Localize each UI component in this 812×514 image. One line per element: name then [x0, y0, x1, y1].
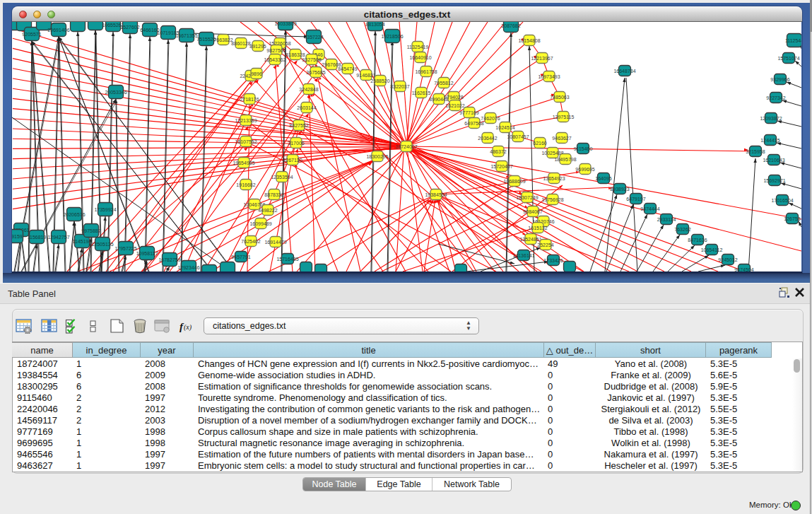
svg-text:12213967: 12213967	[531, 56, 553, 61]
svg-text:16099489: 16099489	[249, 221, 271, 226]
svg-text:17957225: 17957225	[114, 246, 136, 251]
svg-text:1156819: 1156819	[28, 235, 47, 240]
svg-text:10154808: 10154808	[518, 38, 540, 43]
svg-text:16671355: 16671355	[175, 33, 197, 38]
svg-text:12353594: 12353594	[271, 175, 293, 180]
svg-text:13975115: 13975115	[553, 115, 575, 119]
svg-text:6497568: 6497568	[464, 121, 483, 126]
svg-text:317006: 317006	[288, 141, 304, 146]
svg-text:1527602: 1527602	[120, 25, 139, 30]
svg-text:9827506: 9827506	[266, 48, 286, 53]
svg-text:8860128: 8860128	[231, 41, 250, 46]
svg-text:14136141: 14136141	[512, 253, 534, 258]
svg-text:2603144: 2603144	[297, 105, 316, 110]
svg-text:20053346: 20053346	[105, 90, 126, 95]
svg-text:9699695: 9699695	[575, 167, 594, 172]
svg-text:12942757: 12942757	[47, 235, 69, 240]
svg-text:9205571: 9205571	[22, 32, 41, 37]
svg-text:891295: 891295	[249, 44, 266, 49]
svg-text:164095: 164095	[595, 176, 611, 181]
svg-text:252254: 252254	[537, 243, 553, 247]
svg-text:20691406: 20691406	[47, 28, 69, 33]
svg-text:15751074: 15751074	[777, 56, 799, 61]
svg-text:1733426: 1733426	[543, 258, 563, 263]
svg-text:17016504: 17016504	[771, 198, 793, 203]
svg-text:3675685: 3675685	[306, 70, 325, 75]
svg-text:18724007: 18724007	[395, 144, 417, 149]
svg-text:8427552: 8427552	[289, 123, 308, 128]
svg-text:11325419: 11325419	[407, 45, 429, 49]
svg-text:8267130: 8267130	[283, 158, 302, 163]
svg-text:1162615: 1162615	[412, 90, 431, 95]
svg-text:9245012: 9245012	[718, 257, 737, 262]
svg-text:9084067: 9084067	[523, 209, 542, 214]
svg-text:3215958: 3215958	[746, 149, 765, 154]
svg-text:486372: 486372	[490, 149, 506, 154]
svg-text:62160: 62160	[533, 141, 547, 146]
svg-text:15716485: 15716485	[276, 257, 298, 262]
svg-text:9227342: 9227342	[766, 95, 785, 100]
svg-text:126753: 126753	[784, 216, 800, 221]
svg-text:763262: 763262	[674, 227, 690, 232]
svg-text:12213389: 12213389	[235, 118, 257, 123]
svg-text:19654985: 19654985	[233, 160, 254, 165]
svg-text:8454749: 8454749	[338, 66, 357, 71]
svg-text:10807457: 10807457	[507, 134, 529, 139]
svg-text:9329966: 9329966	[770, 77, 789, 82]
svg-text:2588520: 2588520	[370, 78, 389, 83]
svg-text:1621022: 1621022	[445, 103, 464, 108]
svg-text:7462076: 7462076	[481, 116, 500, 121]
svg-text:1024514: 1024514	[495, 125, 514, 130]
svg-text:12923446: 12923446	[177, 265, 199, 270]
svg-text:16914479: 16914479	[264, 240, 286, 245]
svg-text:12093872: 12093872	[760, 116, 782, 121]
svg-text:1615132: 1615132	[528, 226, 547, 230]
svg-text:7485063: 7485063	[550, 95, 569, 100]
svg-text:9975887: 9975887	[81, 228, 100, 233]
svg-text:19218506: 19218506	[381, 34, 403, 39]
svg-text:39159: 39159	[12, 234, 23, 239]
svg-text:19384554: 19384554	[425, 192, 447, 197]
svg-text:18495798: 18495798	[554, 157, 576, 162]
svg-text:2036442: 2036442	[478, 136, 497, 141]
svg-text:9463627: 9463627	[552, 136, 571, 141]
svg-text:13524851: 13524851	[519, 237, 541, 242]
svg-text:8938923: 8938923	[610, 187, 629, 192]
svg-text:12505135: 12505135	[91, 242, 113, 247]
svg-text:2933114: 2933114	[657, 217, 676, 222]
svg-text:1112544: 1112544	[785, 38, 801, 43]
svg-text:10654112: 10654112	[701, 247, 723, 252]
svg-text:17359924: 17359924	[94, 207, 116, 212]
svg-text:16033809: 16033809	[274, 22, 296, 26]
svg-text:16640910: 16640910	[409, 55, 431, 60]
svg-text:16782759: 16782759	[158, 257, 180, 262]
svg-text:2087682: 2087682	[501, 23, 520, 28]
svg-text:4498222: 4498222	[258, 208, 277, 213]
svg-text:8186328: 8186328	[286, 52, 305, 57]
svg-text:20206576: 20206576	[63, 212, 85, 217]
svg-text:9794028: 9794028	[444, 95, 463, 100]
svg-text:8471636: 8471636	[688, 238, 707, 243]
svg-text:13654923: 13654923	[543, 176, 565, 181]
svg-text:18300295: 18300295	[366, 154, 388, 159]
svg-text:7955812: 7955812	[434, 81, 453, 86]
svg-text:16543362: 16543362	[264, 57, 286, 62]
svg-text:10973493: 10973493	[538, 74, 560, 79]
svg-text:16648784: 16648784	[613, 69, 635, 74]
svg-text:19756928: 19756928	[541, 197, 563, 202]
svg-text:15692971: 15692971	[763, 178, 785, 183]
svg-text:6479197: 6479197	[626, 197, 645, 201]
svg-text:3242848: 3242848	[299, 87, 318, 92]
svg-text:8813054: 8813054	[365, 22, 384, 27]
svg-text:(x): (x)	[184, 323, 192, 332]
svg-text:1244415: 1244415	[760, 138, 779, 143]
svg-text:16107552: 16107552	[235, 139, 257, 144]
svg-text:10958117: 10958117	[136, 251, 158, 256]
svg-text:7357224: 7357224	[304, 35, 323, 40]
svg-text:9777169: 9777169	[459, 110, 478, 115]
svg-text:18307249: 18307249	[516, 195, 538, 200]
svg-text:8322037: 8322037	[390, 84, 409, 89]
svg-text:1145194: 1145194	[73, 239, 92, 244]
svg-text:9896: 9896	[251, 71, 262, 76]
svg-text:7625402: 7625402	[241, 239, 260, 244]
